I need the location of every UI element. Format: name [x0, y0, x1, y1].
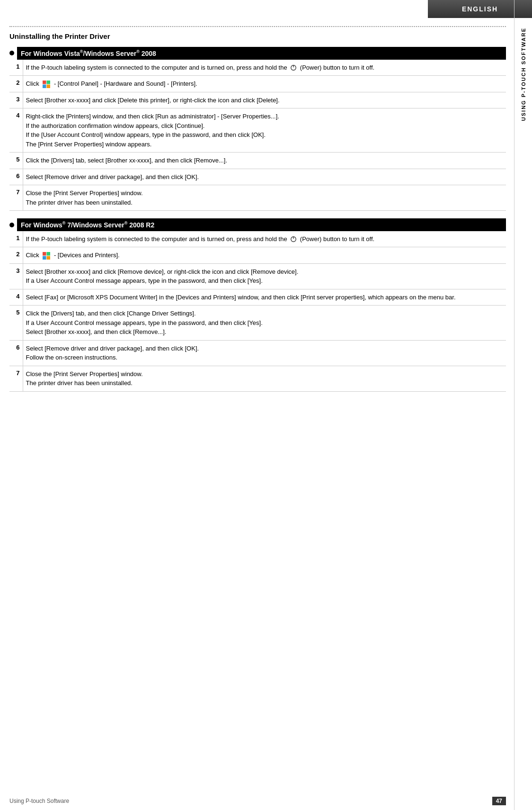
table-row: 4 Right-click the [Printers] window, and…	[9, 108, 506, 153]
table-row: 5 Click the [Drivers] tab, and then clic…	[9, 306, 506, 341]
step-content: If the P-touch labeling system is connec…	[23, 231, 506, 247]
main-content: Uninstalling the Printer Driver For Wind…	[9, 32, 506, 791]
sidebar-vertical-text: USING P-TOUCH SOFTWARE	[521, 27, 526, 121]
step-number: 6	[9, 169, 23, 185]
step-number: 7	[9, 185, 23, 211]
step-content: Select [Brother xx-xxxx] and click [Remo…	[23, 263, 506, 289]
step-number: 3	[9, 263, 23, 289]
step-content: Select [Remove driver and driver package…	[23, 340, 506, 366]
table-row: 4 Select [Fax] or [Microsoft XPS Documen…	[9, 289, 506, 306]
table-row: 3 Select [Brother xx-xxxx] and click [Re…	[9, 263, 506, 289]
step-content: Close the [Print Server Properties] wind…	[23, 366, 506, 391]
step-content: Select [Brother xx-xxxx] and click [Dele…	[23, 92, 506, 108]
step-content: Right-click the [Printers] window, and t…	[23, 108, 506, 153]
step-number: 1	[9, 60, 23, 76]
step-content: Select [Remove driver and driver package…	[23, 169, 506, 185]
header-label: ENGLISH	[462, 5, 498, 13]
table-row: 7 Close the [Print Server Properties] wi…	[9, 366, 506, 391]
step-number: 2	[9, 247, 23, 264]
table-row: 1 If the P-touch labeling system is conn…	[9, 231, 506, 247]
section1-bullet	[9, 51, 14, 55]
sidebar-top-block	[514, 0, 532, 18]
step-number: 5	[9, 306, 23, 341]
section1-heading: For Windows Vista®/Windows Server® 2008	[17, 47, 506, 60]
section2-heading-wrapper: For Windows® 7/Windows Server® 2008 R2	[9, 218, 506, 231]
table-row: 6 Select [Remove driver and driver packa…	[9, 340, 506, 366]
section2-bullet	[9, 223, 14, 227]
section2-heading: For Windows® 7/Windows Server® 2008 R2	[17, 218, 506, 231]
step-content: Click the [Drivers] tab, select [Brother…	[23, 153, 506, 169]
page-title: Uninstalling the Printer Driver	[9, 32, 506, 40]
page-number: 47	[492, 797, 506, 805]
step-number: 2	[9, 76, 23, 92]
step-content: Select [Fax] or [Microsoft XPS Document …	[23, 289, 506, 306]
table-row: 6 Select [Remove driver and driver packa…	[9, 169, 506, 185]
step-number: 5	[9, 153, 23, 169]
step-number: 4	[9, 108, 23, 153]
step-content: Click - [Control Panel] - [Hardware and …	[23, 76, 506, 92]
section2-steps-table: 1 If the P-touch labeling system is conn…	[9, 231, 506, 392]
right-sidebar: USING P-TOUCH SOFTWARE	[514, 0, 532, 810]
table-row: 1 If the P-touch labeling system is conn…	[9, 60, 506, 76]
table-row: 2 Click - [Control Panel] - [Hardware an…	[9, 76, 506, 92]
step-number: 4	[9, 289, 23, 306]
step-content: Click the [Drivers] tab, and then click …	[23, 306, 506, 341]
footer-label: Using P-touch Software	[9, 798, 69, 804]
step-number: 7	[9, 366, 23, 391]
table-row: 2 Click - [Devices and Printers].	[9, 247, 506, 264]
step-number: 6	[9, 340, 23, 366]
step-number: 3	[9, 92, 23, 108]
step-content: If the P-touch labeling system is connec…	[23, 60, 506, 76]
page-footer: Using P-touch Software 47	[9, 797, 506, 805]
table-row: 7 Close the [Print Server Properties] wi…	[9, 185, 506, 211]
step-content: Click - [Devices and Printers].	[23, 247, 506, 264]
section1-steps-table: 1 If the P-touch labeling system is conn…	[9, 60, 506, 211]
step-content: Close the [Print Server Properties] wind…	[23, 185, 506, 211]
section1-heading-wrapper: For Windows Vista®/Windows Server® 2008	[9, 47, 506, 60]
step-number: 1	[9, 231, 23, 247]
table-row: 3 Select [Brother xx-xxxx] and click [De…	[9, 92, 506, 108]
dot-separator	[9, 25, 506, 28]
table-row: 5 Click the [Drivers] tab, select [Broth…	[9, 153, 506, 169]
